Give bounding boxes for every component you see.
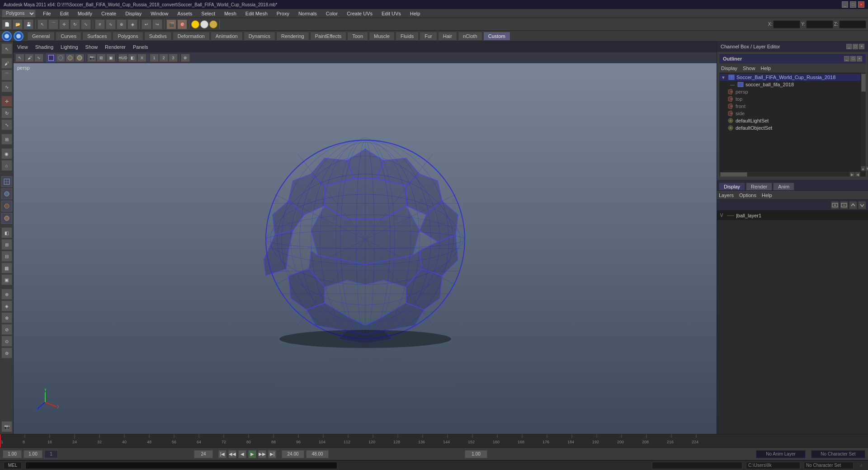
grid2-btn[interactable]: ⊟ — [1, 251, 12, 262]
outliner-float[interactable]: □ — [850, 56, 856, 61]
vt-smooth2-btn[interactable]: 3 — [169, 54, 178, 62]
tab-subdivs[interactable]: Subdivs — [144, 32, 172, 41]
render-btn[interactable]: 🎬 — [166, 19, 176, 29]
le-new-layer-btn[interactable] — [831, 201, 839, 209]
snap-grid-btn[interactable]: # — [95, 19, 105, 29]
ch-tab-anim[interactable]: Anim — [773, 183, 794, 190]
tab-toon[interactable]: Toon — [347, 32, 368, 41]
layer-menu-options[interactable]: Options — [739, 193, 756, 198]
shaded-btn[interactable] — [1, 188, 12, 199]
move-btn[interactable]: ✛ — [1, 96, 12, 107]
outliner-item-top[interactable]: top — [719, 95, 866, 103]
mel-python-toggle[interactable]: MEL — [4, 462, 22, 469]
tab-animation[interactable]: Animation — [211, 32, 243, 41]
vp-menu-shading[interactable]: Shading — [35, 44, 53, 50]
tab-fur[interactable]: Fur — [420, 32, 437, 41]
vt-light-btn[interactable] — [75, 54, 84, 62]
show-manip-btn[interactable]: ⌂ — [1, 160, 12, 171]
x-field[interactable] — [773, 20, 800, 28]
tab-ncloth[interactable]: nCloth — [458, 32, 482, 41]
outliner-item-front[interactable]: front — [719, 103, 866, 110]
layout-btn[interactable]: ▣ — [1, 274, 12, 285]
vt-sculpt-btn[interactable]: ∿ — [34, 54, 43, 62]
layer-row-ball[interactable]: V |ball_layer1 — [718, 211, 867, 221]
menu-create[interactable]: Create — [99, 10, 118, 17]
menu-assets[interactable]: Assets — [175, 10, 194, 17]
outliner-scrollbar-v[interactable]: ▲ ▼ — [860, 73, 866, 171]
vt-res-btn[interactable]: ⊞ — [97, 54, 106, 62]
tab-hair[interactable]: Hair — [438, 32, 457, 41]
vt-smooth1-btn[interactable]: 2 — [159, 54, 168, 62]
resize-handle[interactable]: ⊿ — [857, 462, 864, 469]
layer-menu-layers[interactable]: Layers — [719, 193, 734, 198]
pb-prev-frame[interactable]: ◀ — [238, 450, 246, 458]
ch-tab-render[interactable]: Render — [746, 183, 772, 190]
vp-menu-renderer[interactable]: Renderer — [105, 44, 126, 50]
vt-wire-btn[interactable] — [47, 54, 56, 62]
isolate-btn[interactable]: ◧ — [1, 227, 12, 238]
title-bar-controls[interactable]: _ □ × — [842, 1, 864, 8]
panel-btn[interactable]: ▦ — [1, 263, 12, 273]
sculpt-btn[interactable]: ∿ — [1, 81, 12, 92]
vt-select-btn[interactable]: ↖ — [15, 54, 24, 62]
tool4-btn[interactable]: ⊘ — [1, 324, 12, 335]
menu-modify[interactable]: Modify — [76, 10, 94, 17]
menu-file[interactable]: File — [41, 10, 53, 17]
pb-go-start[interactable]: |◀ — [218, 450, 226, 458]
menu-mesh[interactable]: Mesh — [222, 10, 238, 17]
close-btn[interactable]: × — [858, 1, 864, 8]
vt-xray-btn[interactable]: X — [137, 54, 146, 62]
vt-hud-btn[interactable]: HUD — [118, 54, 127, 62]
vt-tex-btn[interactable] — [66, 54, 75, 62]
menu-create-uvs[interactable]: Create UVs — [345, 10, 374, 17]
menu-edit-mesh[interactable]: Edit Mesh — [244, 10, 269, 17]
pb-prev-key[interactable]: ◀◀ — [228, 450, 236, 458]
outliner-item-soccer-ball-mesh[interactable]: — soccer_ball_fifa_2018 — [719, 81, 866, 88]
command-field[interactable] — [25, 462, 337, 469]
tab-custom[interactable]: Custom — [483, 32, 510, 41]
scale-tool-btn[interactable]: ⤡ — [81, 19, 91, 29]
outliner-scrollbar-h[interactable]: ◀ ▶ — [719, 171, 860, 177]
lasso-tool-btn[interactable]: ⌒ — [48, 19, 58, 29]
vt-manip-btn[interactable]: ⊕ — [181, 54, 190, 62]
gold-btn[interactable] — [209, 20, 217, 28]
outliner-minimize[interactable]: _ — [844, 56, 849, 61]
snap-curve-btn[interactable]: ∿ — [106, 19, 116, 29]
rotate-tool-btn[interactable]: ↻ — [70, 19, 80, 29]
menu-display[interactable]: Display — [123, 10, 143, 17]
lighted-btn[interactable] — [1, 213, 12, 224]
snap-point-btn[interactable]: ⊕ — [117, 19, 127, 29]
mode-dropdown[interactable]: Polygons Surfaces Dynamics Rendering — [2, 9, 36, 18]
channel-box-float[interactable]: □ — [853, 44, 858, 49]
menu-help[interactable]: Help — [408, 10, 422, 17]
channel-box-close[interactable]: × — [859, 44, 864, 49]
outliner-menu-help[interactable]: Help — [761, 66, 771, 71]
tool2-btn[interactable]: ◈ — [1, 301, 12, 311]
outliner-item-light-set[interactable]: defaultLightSet — [719, 117, 866, 124]
tab-fluids[interactable]: Fluids — [396, 32, 419, 41]
vp-menu-panels[interactable]: Panels — [133, 44, 148, 50]
redo-btn[interactable]: ↪ — [152, 19, 162, 29]
minimize-btn[interactable]: _ — [842, 1, 848, 8]
vt-cam-btn[interactable]: 📷 — [87, 54, 96, 62]
select-mode-btn[interactable]: ↖ — [1, 43, 12, 54]
outliner-menu-display[interactable]: Display — [721, 66, 737, 71]
tab-general[interactable]: General — [27, 32, 55, 41]
le-move-up-btn[interactable] — [849, 201, 857, 209]
outliner-item-persp[interactable]: persp — [719, 88, 866, 95]
snap-view-btn[interactable]: ◈ — [127, 19, 137, 29]
le-move-down-btn[interactable] — [858, 201, 866, 209]
vt-isolate-btn[interactable]: ◧ — [128, 54, 137, 62]
vt-shade-btn[interactable] — [56, 54, 65, 62]
outliner-item-object-set[interactable]: defaultObjectSet — [719, 124, 866, 132]
outliner-item-side[interactable]: side — [719, 110, 866, 117]
tab-muscle[interactable]: Muscle — [369, 32, 395, 41]
tool3-btn[interactable]: ⊗ — [1, 312, 12, 323]
tool5-btn[interactable]: ⊙ — [1, 336, 12, 347]
vp-menu-show[interactable]: Show — [85, 44, 98, 50]
new-file-btn[interactable]: 📄 — [2, 19, 12, 29]
pb-go-end[interactable]: ▶| — [268, 450, 276, 458]
rotate-btn[interactable]: ↻ — [1, 108, 12, 118]
toggle-btn[interactable] — [14, 31, 24, 41]
move-tool-btn[interactable]: ✛ — [59, 19, 69, 29]
